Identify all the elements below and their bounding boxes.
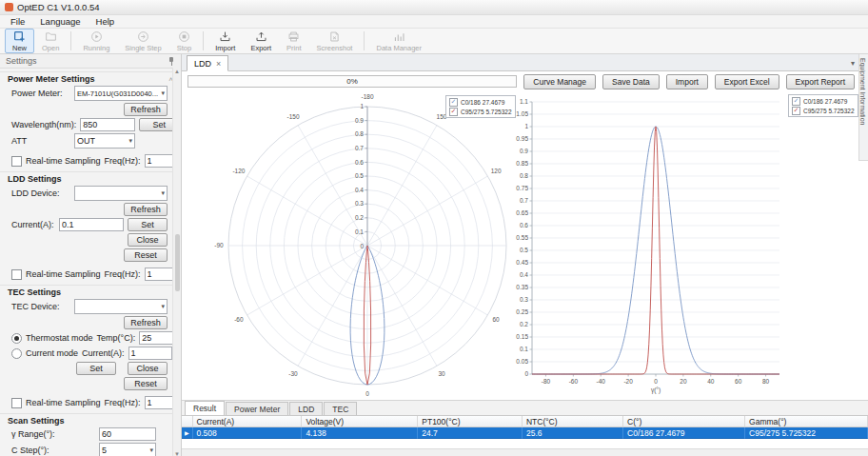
pin-icon[interactable] (168, 56, 175, 66)
close-icon[interactable]: × (216, 59, 221, 69)
table-cell: 24.7 (418, 427, 523, 439)
toolbar-button-label: Data Manager (376, 44, 422, 52)
single-step-icon (137, 30, 149, 44)
ldd-reset-button[interactable]: Reset (124, 248, 168, 262)
column-header[interactable]: PT100(°C) (418, 416, 523, 427)
legend-checkbox[interactable]: ✓ (449, 108, 458, 116)
toolbar-export-button[interactable]: Export (243, 29, 279, 53)
toolbar-import-button[interactable]: Import (207, 29, 243, 53)
temp-label: Temp(°C): (97, 333, 136, 343)
wavelength-input[interactable] (80, 118, 135, 131)
column-header[interactable]: Voltage(V) (302, 416, 418, 427)
export-report-button[interactable]: Export Report (786, 74, 855, 89)
table-cell: 0.508 (193, 427, 303, 439)
column-header[interactable]: Current(A) (193, 416, 303, 427)
polar-chart-legend: ✓C0/186 27.4679✓C95/275 5.725322 (445, 95, 516, 118)
export-icon (255, 30, 267, 44)
current-mode-radio[interactable] (11, 348, 22, 359)
toolbar-stop-button[interactable]: Stop (169, 29, 199, 53)
column-header[interactable]: Gamma(°) (745, 416, 868, 427)
sidebar-scrollbar[interactable]: ▲ ▼ (172, 68, 181, 456)
save-data-button[interactable]: Save Data (602, 74, 660, 89)
ldd-close-button[interactable]: Close (128, 233, 168, 247)
result-tab-result[interactable]: Result (185, 401, 225, 415)
tec-reset-button[interactable]: Reset (124, 377, 168, 390)
table-cell: 4.138 (302, 427, 418, 439)
ldd-refresh-button[interactable]: Refresh (124, 203, 168, 216)
svg-text:0.05: 0.05 (516, 358, 528, 365)
table-cell: 25.6 (523, 427, 623, 439)
toolbar-new-button[interactable]: New (5, 29, 34, 53)
toolbar-data-manager-button[interactable]: Data Manager (368, 29, 429, 53)
ldd-current-input[interactable] (59, 218, 124, 231)
result-tab-ldd[interactable]: LDD (289, 402, 323, 415)
power-meter-refresh-button[interactable]: Refresh (124, 103, 168, 116)
svg-text:1.05: 1.05 (516, 110, 528, 117)
svg-text:0.9: 0.9 (520, 148, 528, 154)
scan-range-input[interactable] (99, 427, 156, 441)
toolbar-button-label: Stop (177, 44, 191, 52)
column-header[interactable]: C(°) (623, 416, 745, 427)
tec-realtime-label: Real-time Sampling (26, 398, 101, 407)
curve-manage-button[interactable]: Curve Manage (523, 74, 596, 89)
scroll-up-icon[interactable]: ▲ (174, 69, 180, 74)
svg-text:-30: -30 (288, 370, 298, 377)
tec-refresh-button[interactable]: Refresh (124, 316, 168, 329)
power-meter-group-header[interactable]: Power Meter Settings ˄ (0, 71, 181, 85)
table-row[interactable]: ▶0.5084.13824.725.6C0/186 27.4679C95/275… (182, 427, 868, 439)
toolbar-open-button[interactable]: Open (34, 29, 67, 53)
svg-text:80: 80 (762, 378, 770, 385)
menu-file[interactable]: File (3, 16, 32, 27)
svg-text:-80: -80 (542, 378, 551, 385)
pm-realtime-checkbox[interactable] (11, 156, 22, 167)
toolbar-single-step-button[interactable]: Single Step (117, 29, 168, 53)
scan-cstep-select[interactable]: 5 ▾ (99, 443, 156, 456)
current-mode-label: Current mode (26, 348, 78, 358)
import-button[interactable]: Import (666, 74, 708, 89)
power-meter-label: Power Meter: (11, 89, 70, 98)
scan-group-header[interactable]: Scan Settings (0, 413, 181, 426)
menu-help[interactable]: Help (89, 16, 123, 27)
result-tab-power-meter[interactable]: Power Meter (226, 402, 288, 415)
result-tab-tec[interactable]: TEC (324, 402, 357, 415)
toolbar-button-label: Screenshot (317, 44, 353, 52)
tec-set-button[interactable]: Set (76, 362, 116, 375)
toolbar-running-button[interactable]: Running (75, 29, 117, 53)
ldd-device-select[interactable]: ▾ (74, 186, 168, 201)
scroll-down-icon[interactable]: ▼ (174, 451, 180, 456)
tec-current-input[interactable] (128, 347, 172, 360)
svg-text:0.45: 0.45 (516, 259, 528, 266)
legend-checkbox[interactable]: ✓ (449, 98, 458, 107)
ldd-set-button[interactable]: Set (128, 218, 168, 231)
tec-group-header[interactable]: TEC Settings (0, 285, 181, 298)
toolbar-print-button[interactable]: Print (279, 29, 308, 53)
thermostat-mode-radio[interactable] (11, 333, 22, 344)
tec-device-select[interactable]: ▾ (74, 299, 168, 314)
equipment-info-tab[interactable]: Equipment Information (858, 54, 868, 161)
ldd-group-header[interactable]: LDD Settings (0, 171, 181, 185)
chevron-down-icon: ▾ (149, 446, 153, 454)
export-excel-button[interactable]: Export Excel (715, 74, 779, 89)
menu-language[interactable]: Language (32, 16, 88, 27)
svg-text:0.8: 0.8 (355, 130, 364, 137)
tab-list-chevron-icon[interactable]: ▾ (851, 59, 855, 68)
tec-close-button[interactable]: Close (128, 362, 168, 375)
power-meter-select[interactable]: EM-7101U(G031D0040... ▾ (74, 86, 168, 101)
svg-text:0: 0 (524, 370, 528, 377)
toolbar-screenshot-button[interactable]: Screenshot (309, 29, 361, 53)
action-row: 0% Curve ManageSave DataImportExport Exc… (182, 71, 868, 90)
att-select[interactable]: OUT ▾ (74, 133, 135, 149)
scrollbar-thumb[interactable] (175, 234, 180, 291)
ldd-realtime-checkbox[interactable] (11, 269, 22, 280)
column-header[interactable]: NTC(°C) (523, 416, 623, 427)
settings-panel: Settings Power Meter Settings ˄ Power Me… (0, 54, 182, 456)
legend-checkbox[interactable]: ✓ (792, 97, 800, 106)
legend-checkbox[interactable]: ✓ (792, 107, 800, 115)
legend-item: ✓C95/275 5.725322 (792, 106, 855, 115)
settings-panel-header: Settings (0, 54, 181, 69)
tec-device-label: TEC Device: (11, 302, 70, 311)
svg-text:0.5: 0.5 (355, 172, 364, 179)
tec-realtime-checkbox[interactable] (11, 398, 22, 408)
tab-ldd[interactable]: LDD × (187, 55, 228, 71)
result-tab-bar: ResultPower MeterLDDTEC (182, 400, 868, 415)
